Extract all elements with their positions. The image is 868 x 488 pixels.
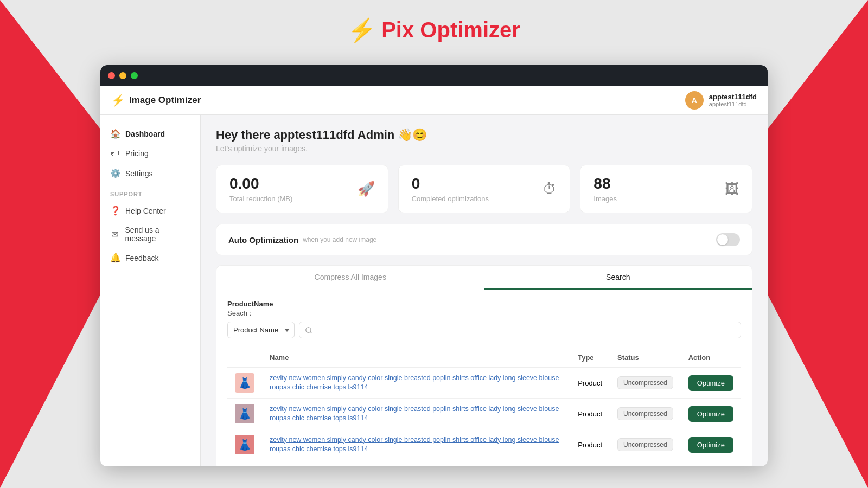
col-name: Name: [262, 348, 570, 368]
col-action: Action: [681, 348, 741, 368]
window-titlebar: [100, 65, 768, 86]
sidebar: 🏠 Dashboard 🏷 Pricing ⚙️ Settings SUPPOR…: [100, 115, 201, 466]
app-window: ⚡ Image Optimizer A apptest111dfd apptes…: [100, 65, 768, 466]
stat-value-images: 88: [593, 175, 617, 192]
stat-card-images: 88 Images 🖼: [580, 165, 752, 213]
sidebar-item-pricing-label: Pricing: [125, 149, 149, 158]
search-type-select[interactable]: Product Name: [227, 322, 295, 338]
feedback-icon: 🔔: [110, 253, 120, 263]
auto-opt-toggle-wrap[interactable]: [716, 233, 740, 246]
stat-label-completed: Completed optimizations: [412, 195, 489, 203]
sidebar-item-pricing[interactable]: 🏷 Pricing: [100, 144, 200, 163]
search-field-label: ProductName: [227, 300, 741, 308]
sidebar-item-dashboard[interactable]: 🏠 Dashboard: [100, 124, 200, 144]
stat-icon-reduction: 🚀: [358, 181, 375, 197]
stat-label-images: Images: [593, 195, 617, 203]
auto-opt-toggle[interactable]: [716, 233, 740, 246]
app-body: 🏠 Dashboard 🏷 Pricing ⚙️ Settings SUPPOR…: [100, 115, 768, 466]
window-maximize-btn[interactable]: [131, 72, 138, 79]
product-image: 👗: [235, 435, 254, 454]
pricing-icon: 🏷: [110, 149, 120, 158]
dashboard-icon: 🏠: [110, 129, 120, 139]
status-badge: Uncompressed: [617, 376, 673, 389]
product-status-cell: Uncompressed: [610, 429, 681, 460]
tab-search[interactable]: Search: [484, 266, 752, 290]
optimize-button[interactable]: Optimize: [688, 406, 733, 422]
stat-icon-completed: ⏱: [542, 181, 557, 197]
col-img: [227, 348, 262, 368]
status-badge: Uncompressed: [617, 438, 673, 451]
product-action-cell: Optimize: [681, 368, 741, 399]
search-row-label: Seach :: [227, 309, 741, 317]
sidebar-item-settings-label: Settings: [125, 169, 153, 178]
window-close-btn[interactable]: [108, 72, 115, 79]
tab-compress-all[interactable]: Compress All Images: [216, 266, 484, 290]
stat-label-reduction: Total reduction (MB): [229, 195, 292, 203]
stats-row: 0.00 Total reduction (MB) 🚀 0 Completed …: [216, 165, 752, 213]
sidebar-item-settings[interactable]: ⚙️ Settings: [100, 163, 200, 183]
tabs-container: Compress All Images Search ProductName S…: [216, 265, 752, 466]
sidebar-item-feedback-label: Feedback: [125, 254, 158, 262]
user-name: apptest111dfd: [709, 93, 757, 101]
settings-icon: ⚙️: [110, 168, 120, 178]
sidebar-item-help-label: Help Center: [125, 207, 166, 215]
app-header-logo: ⚡ Image Optimizer: [111, 94, 201, 107]
app-logo-icon: ⚡: [111, 94, 125, 107]
product-type-cell: Product: [570, 368, 610, 399]
results-table: Name Type Status Action 👗 zevity new wom…: [227, 348, 741, 460]
table-row: 👗 zevity new women simply candy color si…: [227, 368, 741, 399]
toggle-knob: [717, 234, 728, 245]
product-image: 👗: [235, 404, 254, 423]
table-row: 👗 zevity new women simply candy color si…: [227, 429, 741, 460]
product-link[interactable]: zevity new women simply candy color sing…: [270, 436, 559, 453]
product-thumbnail: 👗: [227, 399, 262, 429]
greeting-subtitle: Let's optimize your images.: [216, 144, 752, 153]
brand-name: Pix Optimizer: [381, 18, 520, 42]
support-section-label: SUPPORT: [100, 183, 200, 201]
brand-logo: ⚡ Pix Optimizer: [348, 17, 520, 43]
product-name-cell: zevity new women simply candy color sing…: [262, 399, 570, 429]
app-header: ⚡ Image Optimizer A apptest111dfd apptes…: [100, 86, 768, 115]
product-thumbnail: 👗: [227, 429, 262, 460]
table-row: 👗 zevity new women simply candy color si…: [227, 399, 741, 429]
tabs-header: Compress All Images Search: [216, 266, 752, 290]
search-text-input[interactable]: [299, 322, 741, 338]
product-thumbnail: 👗: [227, 368, 262, 399]
auto-opt-sublabel: when you add new image: [303, 236, 376, 243]
search-panel: ProductName Seach : Product Name: [216, 290, 752, 466]
product-action-cell: Optimize: [681, 399, 741, 429]
stat-card-reduction: 0.00 Total reduction (MB) 🚀: [216, 165, 388, 213]
optimize-button[interactable]: Optimize: [688, 437, 733, 453]
user-email: apptest111dfd: [709, 101, 747, 107]
header-right: A apptest111dfd apptest111dfd: [685, 91, 757, 110]
sidebar-item-send-label: Send us a message: [125, 226, 190, 243]
auto-optimization-card: Auto Optimization when you add new image: [216, 224, 752, 255]
user-info: apptest111dfd apptest111dfd: [709, 93, 757, 107]
top-branding-bar: ⚡ Pix Optimizer: [0, 0, 868, 60]
app-title: Image Optimizer: [129, 95, 201, 106]
product-image: 👗: [235, 373, 254, 393]
optimize-button[interactable]: Optimize: [688, 375, 733, 391]
product-status-cell: Uncompressed: [610, 399, 681, 429]
sidebar-item-send-message[interactable]: ✉ Send us a message: [100, 221, 200, 248]
greeting-title: Hey there apptest111dfd Admin 👋😊: [216, 128, 752, 142]
window-minimize-btn[interactable]: [119, 72, 126, 79]
stat-icon-images: 🖼: [725, 181, 739, 197]
product-link[interactable]: zevity new women simply candy color sing…: [270, 374, 559, 391]
sidebar-item-feedback[interactable]: 🔔 Feedback: [100, 248, 200, 268]
col-type: Type: [570, 348, 610, 368]
stat-value-completed: 0: [412, 175, 489, 192]
product-status-cell: Uncompressed: [610, 368, 681, 399]
product-action-cell: Optimize: [681, 429, 741, 460]
product-name-cell: zevity new women simply candy color sing…: [262, 429, 570, 460]
sidebar-item-help-center[interactable]: ❓ Help Center: [100, 201, 200, 221]
send-message-icon: ✉: [110, 229, 120, 240]
brand-icon: ⚡: [348, 17, 376, 43]
stat-value-reduction: 0.00: [229, 175, 292, 192]
product-link[interactable]: zevity new women simply candy color sing…: [270, 405, 559, 422]
stat-card-completed: 0 Completed optimizations ⏱: [398, 165, 571, 213]
auto-opt-label: Auto Optimization: [228, 235, 298, 245]
help-center-icon: ❓: [110, 206, 120, 216]
search-input-row: Product Name: [227, 322, 741, 338]
product-type-cell: Product: [570, 399, 610, 429]
